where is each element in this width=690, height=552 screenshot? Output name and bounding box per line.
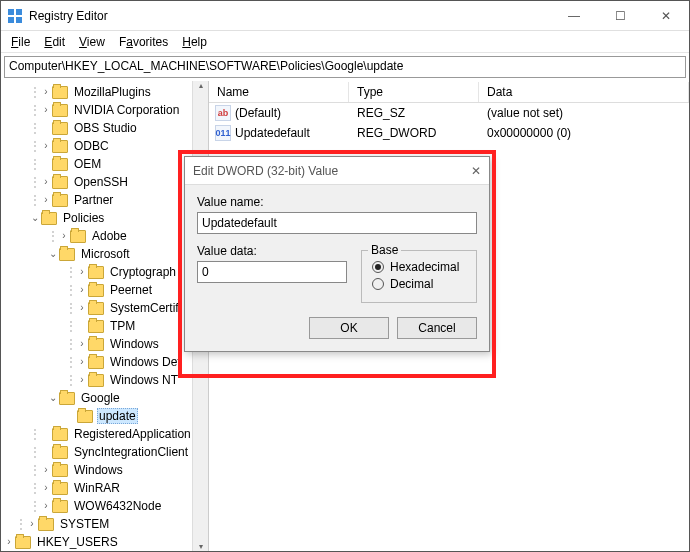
folder-icon <box>70 230 86 243</box>
folder-icon <box>52 428 68 441</box>
folder-icon <box>88 374 104 387</box>
radio-dec[interactable]: Decimal <box>372 277 466 291</box>
base-group: Base Hexadecimal Decimal <box>361 250 477 303</box>
folder-icon <box>88 356 104 369</box>
tree-item[interactable]: ⌄Microsoft <box>3 245 208 263</box>
tree-item[interactable]: ⋮ OEM <box>3 155 208 173</box>
base-legend: Base <box>368 243 401 257</box>
tree-item[interactable]: ⋮›MozillaPlugins <box>3 83 208 101</box>
col-header-data[interactable]: Data <box>479 82 689 102</box>
radio-icon <box>372 278 384 290</box>
folder-icon <box>15 536 31 549</box>
tree-item[interactable]: ⋮ SyncIntegrationClient <box>3 443 208 461</box>
tree-item[interactable]: ⋮›WinRAR <box>3 479 208 497</box>
tree-item[interactable]: ⋮›SYSTEM <box>3 515 208 533</box>
tree-item[interactable]: ⋮ OBS Studio <box>3 119 208 137</box>
string-value-icon: ab <box>215 105 231 121</box>
tree-item[interactable]: ⋮›Partner <box>3 191 208 209</box>
tree-item[interactable]: ⋮›Cryptograph <box>3 263 208 281</box>
folder-icon <box>88 302 104 315</box>
tree-item[interactable]: ⋮›Peernet <box>3 281 208 299</box>
tree-item[interactable]: ⋮›Adobe <box>3 227 208 245</box>
folder-icon <box>52 104 68 117</box>
svg-rect-1 <box>16 9 22 15</box>
tree-item[interactable]: ⋮ TPM <box>3 317 208 335</box>
menu-favorites[interactable]: Favorites <box>113 33 174 51</box>
folder-icon <box>52 446 68 459</box>
tree-item[interactable]: ⋮›Windows <box>3 461 208 479</box>
regedit-icon <box>7 8 23 24</box>
tree-item[interactable]: ⋮›NVIDIA Corporation <box>3 101 208 119</box>
menu-help[interactable]: Help <box>176 33 213 51</box>
tree-item[interactable]: ⋮›Windows <box>3 335 208 353</box>
folder-icon <box>59 248 75 261</box>
folder-icon <box>52 86 68 99</box>
tree-item[interactable]: ⋮›OpenSSH <box>3 173 208 191</box>
tree-pane: ⋮›MozillaPlugins ⋮›NVIDIA Corporation ⋮ … <box>1 81 209 551</box>
radio-icon <box>372 261 384 273</box>
close-button[interactable]: ✕ <box>643 1 689 30</box>
tree-item[interactable]: ⋮›Windows Def <box>3 353 208 371</box>
dialog-close-icon[interactable]: ✕ <box>471 164 481 178</box>
value-name-field[interactable] <box>197 212 477 234</box>
value-data-label: Value data: <box>197 244 347 258</box>
menu-view[interactable]: View <box>73 33 111 51</box>
folder-icon <box>77 410 93 423</box>
col-header-name[interactable]: Name <box>209 82 349 102</box>
folder-icon <box>59 392 75 405</box>
value-row[interactable]: ab(Default) REG_SZ (value not set) <box>209 103 689 123</box>
cancel-button[interactable]: Cancel <box>397 317 477 339</box>
value-name-label: Value name: <box>197 195 477 209</box>
maximize-button[interactable]: ☐ <box>597 1 643 30</box>
titlebar: Registry Editor ― ☐ ✕ <box>1 1 689 31</box>
ok-button[interactable]: OK <box>309 317 389 339</box>
tree-item[interactable]: ⋮›Windows NT <box>3 371 208 389</box>
folder-icon <box>38 518 54 531</box>
radio-hex[interactable]: Hexadecimal <box>372 260 466 274</box>
folder-icon <box>52 500 68 513</box>
folder-icon <box>41 212 57 225</box>
col-header-type[interactable]: Type <box>349 82 479 102</box>
folder-icon <box>52 176 68 189</box>
folder-icon <box>52 158 68 171</box>
value-data-field[interactable] <box>197 261 347 283</box>
dword-value-icon: 011 <box>215 125 231 141</box>
tree-item[interactable]: ⋮›SystemCertif <box>3 299 208 317</box>
tree-item[interactable]: ⋮ RegisteredApplication <box>3 425 208 443</box>
folder-icon <box>52 464 68 477</box>
tree-item[interactable]: ⌄Google <box>3 389 208 407</box>
tree-item-selected[interactable]: update <box>3 407 208 425</box>
menubar: File Edit View Favorites Help <box>1 31 689 53</box>
folder-icon <box>52 122 68 135</box>
folder-icon <box>88 266 104 279</box>
list-header: Name Type Data <box>209 81 689 103</box>
menu-edit[interactable]: Edit <box>38 33 71 51</box>
folder-icon <box>88 338 104 351</box>
svg-rect-3 <box>16 17 22 23</box>
tree-item[interactable]: ⋮›WOW6432Node <box>3 497 208 515</box>
address-bar[interactable]: Computer\HKEY_LOCAL_MACHINE\SOFTWARE\Pol… <box>4 56 686 78</box>
tree-item[interactable]: ⋮›ODBC <box>3 137 208 155</box>
minimize-button[interactable]: ― <box>551 1 597 30</box>
value-row[interactable]: 011Updatedefault REG_DWORD 0x00000000 (0… <box>209 123 689 143</box>
folder-icon <box>52 482 68 495</box>
svg-rect-2 <box>8 17 14 23</box>
folder-icon <box>88 284 104 297</box>
folder-icon <box>88 320 104 333</box>
window-title: Registry Editor <box>29 9 551 23</box>
dialog-title: Edit DWORD (32-bit) Value <box>193 164 338 178</box>
tree-item[interactable]: ›HKEY_USERS <box>3 533 208 551</box>
menu-file[interactable]: File <box>5 33 36 51</box>
svg-rect-0 <box>8 9 14 15</box>
tree-item[interactable]: ⌄Policies <box>3 209 208 227</box>
folder-icon <box>52 194 68 207</box>
edit-dword-dialog: Edit DWORD (32-bit) Value ✕ Value name: … <box>184 156 490 352</box>
folder-icon <box>52 140 68 153</box>
